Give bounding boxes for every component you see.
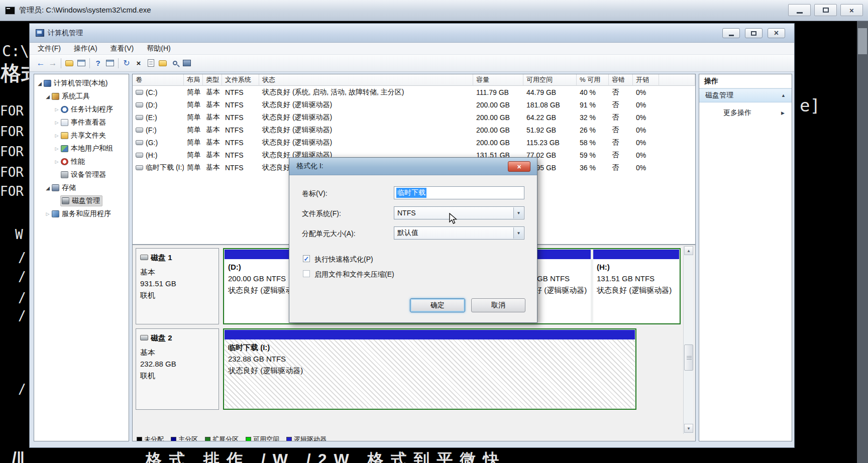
column-header-pct-free[interactable]: % 可用: [577, 74, 609, 86]
cmd-window-titlebar[interactable]: 管理员: C:\Windows\system32\cmd.exe ×: [0, 0, 868, 21]
tree-expanded-icon[interactable]: ◢: [44, 185, 51, 191]
open-button[interactable]: [157, 57, 169, 69]
tree-item-device-manager[interactable]: 设备管理器: [60, 169, 106, 181]
legend-swatch: [205, 437, 210, 441]
tree-item-services-applications[interactable]: ▷ 服务和应用程序: [44, 208, 111, 220]
tree-item-event-viewer[interactable]: ▷ 事件查看器: [53, 117, 106, 129]
cm-titlebar[interactable]: 计算机管理 ×: [30, 24, 794, 43]
tree-item-task-scheduler[interactable]: ▷ 任务计划程序: [53, 103, 113, 115]
back-button[interactable]: ←: [35, 57, 47, 69]
disk-1-label[interactable]: 磁盘 1 基本 931.51 GB 联机: [136, 248, 219, 324]
window-icon: [106, 60, 114, 66]
help-icon: ?: [95, 59, 100, 67]
tree-collapsed-icon[interactable]: ▷: [53, 107, 60, 112]
alloc-unit-dropdown[interactable]: 默认值 ▼: [394, 226, 524, 240]
cmd-scrollbar[interactable]: [857, 21, 868, 463]
tree-item-system-tools[interactable]: ◢ 系统工具: [44, 90, 90, 102]
find-button[interactable]: [169, 57, 181, 69]
format-dialog-titlebar[interactable]: 格式化 I:: [289, 158, 537, 175]
column-header-capacity[interactable]: 容量: [473, 74, 523, 86]
cancel-button[interactable]: 取消: [471, 298, 525, 312]
column-header-free-space[interactable]: 可用空间: [523, 74, 577, 86]
cm-close-button[interactable]: ×: [768, 28, 785, 38]
column-header-status[interactable]: 状态: [259, 74, 473, 86]
volume-row-c[interactable]: (C:) 简单 基本 NTFS 状态良好 (系统, 启动, 活动, 故障转储, …: [133, 86, 695, 98]
column-header-filesystem[interactable]: 文件系统: [222, 74, 259, 86]
tree-collapsed-icon[interactable]: ▷: [53, 146, 60, 151]
open-folder-icon: [159, 60, 167, 66]
dropdown-value: NTFS: [397, 209, 416, 217]
console-text-fragment: /: [18, 308, 26, 323]
quick-format-checkbox[interactable]: ✓: [303, 255, 310, 262]
volume-label-input[interactable]: 临时下载: [394, 186, 524, 199]
disk-2-label[interactable]: 磁盘 2 基本 232.88 GB 联机: [136, 328, 219, 410]
actions-group-disk-management[interactable]: 磁盘管理 ▲: [699, 88, 792, 102]
partition-h[interactable]: (H:) 131.51 GB NTFS 状态良好 (逻辑驱动器): [593, 250, 679, 323]
tree-item-local-users-groups[interactable]: ▷ 本地用户和组: [53, 143, 113, 155]
tree-item-disk-management[interactable]: 磁盘管理: [60, 195, 102, 207]
tree-item-label: 任务计划程序: [71, 105, 113, 114]
tree-item-shared-folders[interactable]: ▷ 共享文件夹: [53, 130, 106, 142]
compression-checkbox[interactable]: [303, 270, 310, 277]
tree-expanded-icon[interactable]: ◢: [44, 94, 51, 99]
column-header-volume[interactable]: 卷: [133, 74, 184, 86]
volume-blank: [659, 136, 695, 149]
cm-maximize-button[interactable]: [745, 28, 763, 38]
export-list-button[interactable]: [104, 57, 116, 69]
tree-item-storage[interactable]: ◢ 存储: [44, 182, 76, 194]
tree-item-performance[interactable]: ▷ 性能: [53, 156, 85, 168]
scrollbar-thumb[interactable]: [684, 344, 693, 371]
partition-i[interactable]: 临时下载 (I:) 232.88 GB NTFS 状态良好 (逻辑驱动器): [225, 330, 635, 408]
console-text-fragment: /: [18, 382, 26, 397]
cmd-maximize-button[interactable]: [814, 4, 837, 16]
volume-row-d[interactable]: (D:) 简单 基本 NTFS 状态良好 (逻辑驱动器) 200.00 GB 1…: [133, 98, 695, 111]
scroll-up-button[interactable]: ▲: [684, 246, 693, 255]
volume-name: 临时下载 (I:): [133, 161, 184, 174]
tree-collapsed-icon[interactable]: ▷: [44, 211, 51, 216]
volume-overhead: 0%: [633, 98, 659, 111]
help-button[interactable]: ?: [92, 57, 104, 69]
disk-view-scrollbar[interactable]: ▲ ▼: [683, 246, 693, 434]
column-header-overhead[interactable]: 开销: [633, 74, 659, 86]
refresh-button[interactable]: ↻: [121, 57, 133, 69]
cm-minimize-button[interactable]: [722, 28, 740, 38]
tree-collapsed-icon[interactable]: ▷: [53, 120, 60, 125]
volume-type: 基本: [203, 86, 222, 98]
dialog-close-button[interactable]: ×: [508, 161, 530, 172]
cmd-scrollbar-thumb[interactable]: [858, 28, 867, 54]
column-header-layout[interactable]: 布局: [184, 74, 203, 86]
tree-item-computer-management[interactable]: ◢ 计算机管理(本地): [36, 77, 107, 89]
menu-action[interactable]: 操作(A): [74, 44, 97, 53]
volume-capacity: 200.00 GB: [473, 98, 523, 111]
show-console-tree-button[interactable]: [75, 57, 87, 69]
dropdown-button[interactable]: ▼: [513, 227, 523, 239]
menu-view[interactable]: 查看(V): [111, 44, 134, 53]
delete-button[interactable]: ×: [133, 57, 145, 69]
tree-collapsed-icon[interactable]: ▷: [53, 133, 60, 138]
volume-row-e[interactable]: (E:) 简单 基本 NTFS 状态良好 (逻辑驱动器) 200.00 GB 6…: [133, 111, 695, 124]
cmd-minimize-button[interactable]: [788, 4, 811, 16]
cmd-close-button[interactable]: ×: [840, 4, 863, 16]
up-level-button[interactable]: [63, 57, 75, 69]
dropdown-button[interactable]: ▼: [513, 207, 523, 218]
tools-icon: [52, 93, 59, 100]
volume-row-g[interactable]: (G:) 简单 基本 NTFS 状态良好 (逻辑驱动器) 200.00 GB 1…: [133, 136, 695, 149]
forward-button[interactable]: →: [47, 57, 59, 69]
column-header-type[interactable]: 类型: [203, 74, 222, 86]
collapse-icon[interactable]: ▲: [781, 93, 786, 98]
alloc-unit-label: 分配单元大小(A):: [302, 229, 356, 239]
volume-fault-tolerance: 否: [609, 149, 633, 161]
disk-tool-button[interactable]: [181, 57, 193, 69]
tree-collapsed-icon[interactable]: ▷: [53, 159, 60, 164]
menu-help[interactable]: 帮助(H): [147, 44, 170, 53]
column-header-fault-tolerance[interactable]: 容错: [609, 74, 633, 86]
more-actions-item[interactable]: 更多操作 ▶: [699, 106, 792, 120]
volume-overhead: 0%: [633, 124, 659, 136]
volume-row-f[interactable]: (F:) 简单 基本 NTFS 状态良好 (逻辑驱动器) 200.00 GB 5…: [133, 124, 695, 136]
menu-file[interactable]: 文件(F): [38, 44, 61, 53]
properties-button[interactable]: [145, 57, 157, 69]
volume-filesystem: NTFS: [222, 149, 259, 161]
scroll-down-button[interactable]: ▼: [684, 424, 693, 433]
ok-button[interactable]: 确定: [410, 298, 465, 312]
tree-expanded-icon[interactable]: ◢: [36, 81, 43, 86]
